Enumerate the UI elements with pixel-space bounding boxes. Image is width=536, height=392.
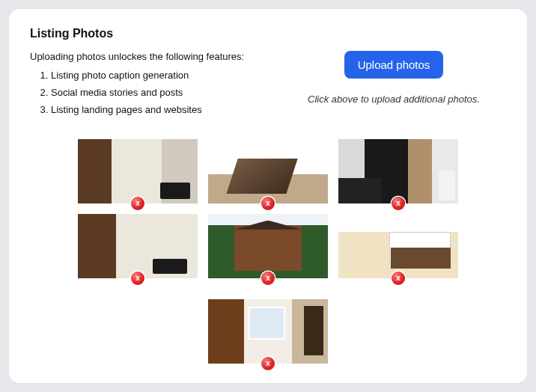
upload-photos-button[interactable]: Upload photos (344, 51, 444, 79)
listing-photos-card: Listing Photos Uploading photos unlockes… (9, 9, 527, 383)
delete-photo-icon[interactable]: x (261, 197, 275, 210)
photo-image (78, 214, 198, 278)
photo-thumbnail[interactable]: x (338, 214, 458, 278)
delete-photo-icon[interactable]: x (261, 272, 275, 285)
photo-thumbnail[interactable]: x (78, 214, 198, 278)
delete-photo-icon[interactable]: x (392, 272, 405, 285)
photo-thumbnail[interactable]: x (338, 139, 458, 203)
feature-item: Social media stories and posts (51, 87, 281, 98)
photo-image (78, 139, 198, 203)
features-list: Listing photo caption generation Social … (30, 70, 281, 115)
photo-image (338, 139, 458, 203)
photo-grid: x x x x x x x (58, 139, 478, 364)
upload-column: Upload photos Click above to upload addi… (281, 51, 506, 105)
upload-helper-text: Click above to upload additional photos. (308, 94, 480, 105)
features-column: Uploading photos unlockes the following … (30, 51, 281, 121)
feature-item: Listing landing pages and websites (51, 104, 281, 115)
top-row: Uploading photos unlockes the following … (30, 51, 506, 121)
feature-item: Listing photo caption generation (51, 70, 281, 81)
photo-thumbnail[interactable]: x (78, 139, 198, 203)
delete-photo-icon[interactable]: x (261, 357, 275, 370)
photo-thumbnail[interactable]: x (208, 299, 328, 364)
photo-thumbnail[interactable]: x (208, 139, 328, 203)
photo-image (208, 299, 328, 364)
delete-photo-icon[interactable]: x (131, 197, 144, 210)
photo-image (208, 139, 328, 203)
page-title: Listing Photos (30, 27, 506, 40)
delete-photo-icon[interactable]: x (392, 197, 405, 210)
delete-photo-icon[interactable]: x (131, 272, 144, 285)
photo-image (338, 214, 458, 278)
photo-thumbnail[interactable]: x (208, 214, 328, 278)
photo-image (208, 214, 328, 278)
intro-text: Uploading photos unlockes the following … (30, 51, 281, 62)
